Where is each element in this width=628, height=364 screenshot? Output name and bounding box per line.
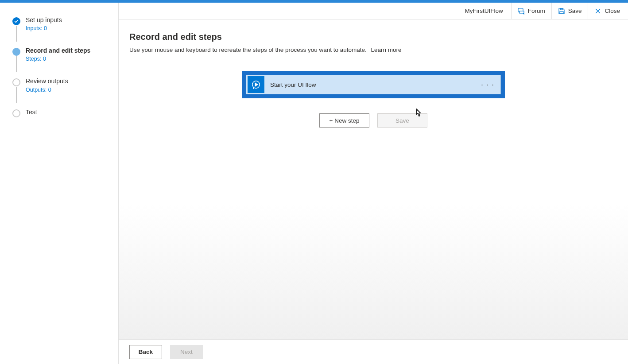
step-title: Test [26, 108, 109, 116]
app-frame: Set up inputs Inputs: 0 Record and edit … [0, 3, 628, 364]
close-button[interactable]: Close [588, 3, 626, 19]
save-button[interactable]: Save [551, 3, 588, 19]
wizard-step-review-outputs[interactable]: Review outputs Outputs: 0 [12, 77, 109, 93]
close-icon [594, 8, 601, 15]
card-menu-icon[interactable]: · · · [481, 80, 494, 89]
back-button[interactable]: Back [129, 345, 162, 359]
learn-more-link[interactable]: Learn more [371, 46, 402, 53]
step-connector [16, 26, 17, 42]
wizard-footer: Back Next [119, 339, 628, 364]
checkmark-icon [12, 17, 20, 25]
svg-rect-2 [560, 8, 562, 10]
play-record-icon [248, 76, 264, 93]
main-panel: MyFirstUIFlow Forum [119, 3, 628, 364]
forum-button[interactable]: Forum [511, 3, 551, 19]
flow-name-text: MyFirstUIFlow [465, 8, 503, 14]
step-title: Set up inputs [26, 16, 109, 24]
forum-label: Forum [528, 8, 545, 14]
wizard-step-record-edit[interactable]: Record and edit steps Steps: 0 [12, 46, 109, 62]
save-icon [558, 8, 565, 15]
current-step-marker [12, 48, 20, 56]
pending-step-marker [12, 78, 20, 86]
content-area: Record and edit steps Use your mouse and… [119, 19, 628, 339]
page-title: Record and edit steps [129, 32, 617, 42]
flow-card-container: Start your UI flow · · · [242, 71, 505, 98]
step-connector [16, 87, 17, 103]
save-label: Save [568, 8, 582, 14]
forum-icon [518, 8, 525, 15]
next-button: Next [170, 345, 203, 359]
flow-name-label: MyFirstUIFlow [458, 3, 511, 19]
svg-rect-1 [560, 12, 563, 14]
step-subtext: Steps: 0 [26, 56, 109, 62]
start-ui-flow-card[interactable]: Start your UI flow · · · [246, 75, 501, 94]
wizard-steps-panel: Set up inputs Inputs: 0 Record and edit … [0, 3, 119, 364]
flow-card-label: Start your UI flow [270, 81, 316, 88]
wizard-step-setup-inputs[interactable]: Set up inputs Inputs: 0 [12, 16, 109, 31]
header-toolbar: MyFirstUIFlow Forum [119, 3, 628, 19]
save-step-button: Save [377, 113, 427, 128]
page-description: Use your mouse and keyboard to recreate … [129, 46, 617, 53]
pending-step-marker [12, 109, 20, 117]
step-title: Record and edit steps [26, 46, 109, 54]
step-connector [16, 56, 17, 72]
wizard-step-test[interactable]: Test [12, 108, 109, 116]
step-title: Review outputs [26, 77, 109, 85]
step-action-row: + New step Save [129, 113, 617, 128]
step-subtext: Outputs: 0 [26, 87, 109, 93]
step-subtext: Inputs: 0 [26, 25, 109, 31]
page-description-text: Use your mouse and keyboard to recreate … [129, 46, 367, 53]
close-label: Close [605, 8, 620, 14]
new-step-button[interactable]: + New step [319, 113, 369, 128]
flow-card-selection: Start your UI flow · · · [242, 71, 505, 98]
